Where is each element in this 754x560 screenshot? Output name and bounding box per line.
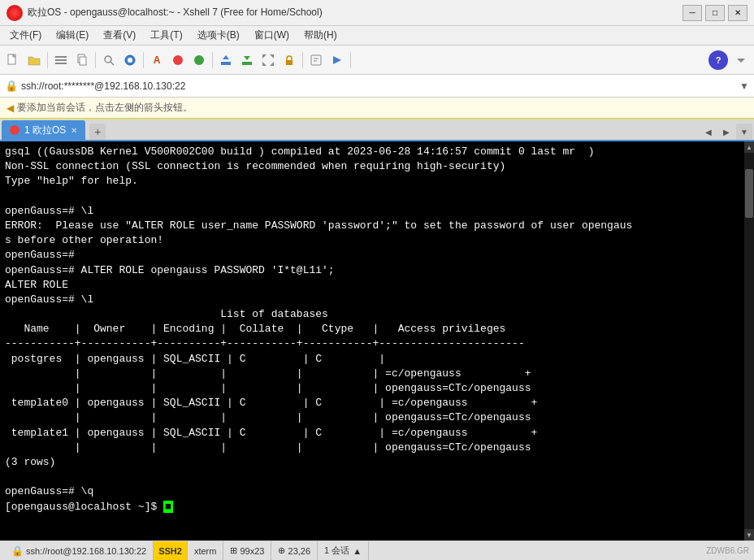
menu-edit[interactable]: 编辑(E) [50, 27, 95, 44]
toolbar-help[interactable]: ? [708, 50, 728, 70]
sep4 [212, 52, 213, 68]
svg-marker-16 [244, 56, 250, 60]
toolbar-color1[interactable] [168, 50, 188, 70]
tab-label: 1 欧拉OS [24, 124, 66, 137]
lock-icon: 🔒 [5, 80, 18, 92]
menu-tabs[interactable]: 选项卡(B) [191, 27, 246, 44]
tab-icon [10, 125, 20, 135]
menu-window[interactable]: 窗口(W) [248, 27, 296, 44]
tab-close-button[interactable]: ✕ [71, 126, 77, 135]
svg-marker-18 [270, 54, 274, 59]
svg-rect-6 [80, 57, 86, 65]
svg-marker-17 [262, 54, 266, 59]
status-size: ⊞ 99x23 [223, 541, 271, 560]
menu-view[interactable]: 查看(V) [97, 27, 142, 44]
toolbar-font[interactable]: A [147, 50, 167, 70]
toolbar: A ? [0, 46, 754, 75]
addressbar: 🔒 ssh://root:********@192.168.10.130:22 … [0, 75, 754, 98]
svg-point-11 [173, 55, 183, 65]
addressbar-text[interactable]: ssh://root:********@192.168.10.130:22 [21, 80, 736, 92]
status-sessions: 1 会话 ▲ [318, 541, 369, 560]
addressbar-dropdown[interactable]: ▼ [739, 80, 749, 92]
svg-marker-19 [262, 62, 266, 66]
infobar-icon: ◀ [6, 102, 14, 114]
toolbar-expand[interactable] [258, 50, 278, 70]
svg-rect-13 [221, 62, 231, 65]
terminal[interactable]: gsql ((GaussDB Kernel V500R002C00 build … [0, 141, 744, 540]
svg-point-12 [194, 55, 204, 65]
scroll-up[interactable]: ▲ [744, 141, 754, 153]
toolbar-more[interactable] [731, 50, 751, 70]
tab-navigation: ◀ ▶ ▼ [700, 124, 752, 140]
sep6 [350, 52, 351, 68]
svg-line-8 [110, 62, 114, 65]
terminal-wrapper: gsql ((GaussDB Kernel V500R002C00 build … [0, 141, 754, 540]
terminal-scrollbar[interactable]: ▲ ▼ [744, 141, 754, 540]
status-protocol-text: SSH2 [158, 546, 182, 556]
toolbar-settings[interactable] [51, 50, 71, 70]
sep2 [95, 52, 96, 68]
svg-rect-15 [242, 62, 252, 65]
tabbar: 1 欧拉OS ✕ + ◀ ▶ ▼ [0, 119, 754, 141]
status-ssh-addr: 🔒 ssh://root@192.168.10.130:22 [5, 541, 154, 560]
infobar-text: 要添加当前会话，点击左侧的箭头按钮。 [17, 101, 193, 115]
tab-nav-dropdown[interactable]: ▼ [736, 124, 752, 140]
statusbar: 🔒 ssh://root@192.168.10.130:22 SSH2 xter… [0, 540, 754, 560]
maximize-button[interactable]: □ [705, 5, 725, 21]
status-sessions-arrow[interactable]: ▲ [353, 546, 362, 556]
tab-add-button[interactable]: + [89, 124, 106, 140]
scroll-thumb[interactable] [745, 169, 753, 218]
svg-marker-14 [223, 55, 229, 59]
close-button[interactable]: ✕ [728, 5, 748, 21]
status-cursor-text: 23,26 [288, 546, 311, 556]
svg-marker-26 [737, 59, 745, 63]
menu-file[interactable]: 文件(F) [3, 27, 48, 44]
toolbar-lock[interactable] [280, 50, 299, 70]
titlebar: 欧拉OS - opengauss@localhost:~ - Xshell 7 … [0, 0, 754, 26]
svg-marker-20 [270, 62, 274, 66]
sep3 [143, 52, 144, 68]
status-size-icon: ⊞ [230, 545, 237, 556]
toolbar-upload[interactable] [216, 50, 236, 70]
menu-tools[interactable]: 工具(T) [144, 27, 188, 44]
scroll-down[interactable]: ▼ [744, 529, 754, 540]
toolbar-color2[interactable] [189, 50, 209, 70]
toolbar-open[interactable] [24, 50, 44, 70]
toolbar-search[interactable] [99, 50, 119, 70]
tab-nav-right[interactable]: ▶ [718, 124, 734, 140]
menubar: 文件(F) 编辑(E) 查看(V) 工具(T) 选项卡(B) 窗口(W) 帮助(… [0, 26, 754, 46]
svg-rect-2 [55, 56, 67, 58]
svg-rect-22 [311, 55, 321, 65]
toolbar-connect[interactable] [120, 50, 140, 70]
svg-marker-25 [333, 56, 341, 64]
toolbar-macro[interactable] [327, 50, 347, 70]
toolbar-script[interactable] [306, 50, 326, 70]
app-logo [6, 5, 23, 21]
svg-rect-3 [55, 59, 67, 61]
tab-nav-left[interactable]: ◀ [700, 124, 717, 140]
titlebar-text: 欧拉OS - opengauss@localhost:~ - Xshell 7 … [28, 6, 682, 20]
sep5 [302, 52, 303, 68]
status-sessions-text: 1 会话 [324, 545, 349, 557]
menu-help[interactable]: 帮助(H) [297, 27, 344, 44]
minimize-button[interactable]: ─ [682, 5, 702, 21]
status-size-text: 99x23 [240, 546, 264, 556]
status-lock-icon: 🔒 [11, 545, 24, 557]
infobar: ◀ 要添加当前会话，点击左侧的箭头按钮。 [0, 98, 754, 119]
svg-point-7 [105, 56, 111, 63]
status-term: xterm [188, 541, 224, 560]
tab-eulaos[interactable]: 1 欧拉OS ✕ [2, 120, 85, 140]
svg-rect-21 [286, 60, 292, 65]
toolbar-new[interactable] [3, 50, 23, 70]
status-watermark: ZDWB6.GR [706, 546, 749, 555]
status-addr-text: ssh://root@192.168.10.130:22 [26, 546, 146, 556]
svg-rect-4 [55, 63, 67, 64]
status-cursor: ⊕ 23,26 [271, 541, 318, 560]
toolbar-download[interactable] [237, 50, 257, 70]
window-controls: ─ □ ✕ [682, 5, 748, 21]
toolbar-copy[interactable] [72, 50, 92, 70]
status-term-text: xterm [194, 546, 217, 556]
sep1 [47, 52, 48, 68]
svg-point-10 [128, 58, 132, 63]
status-protocol: SSH2 [154, 541, 188, 560]
